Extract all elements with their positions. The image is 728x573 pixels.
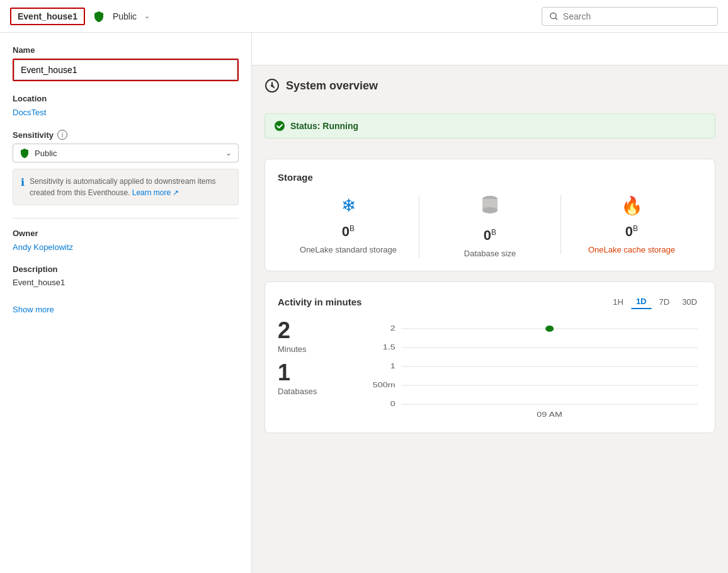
divider [13, 218, 239, 218]
svg-line-1 [555, 18, 557, 20]
svg-text:2: 2 [390, 324, 395, 332]
stat-databases: 1 Databases [278, 361, 360, 396]
database-size-value: 0B [484, 227, 496, 244]
storage-item-onelake-cache: 🔥 0B OneLake cache storage [560, 195, 702, 254]
svg-text:09 AM: 09 AM [537, 411, 562, 419]
activity-title: Activity in minutes [278, 297, 361, 307]
sensitivity-dropdown[interactable]: Public ⌄ [13, 144, 239, 162]
top-bar: Event_house1 Public ⌄ [0, 0, 728, 33]
shield-icon [93, 10, 105, 23]
database-size-label: Database size [464, 249, 516, 258]
status-bar: Status: Running [264, 113, 715, 139]
tab-30d[interactable]: 30D [677, 295, 702, 309]
sidebar-location-section: Location DocsTest [13, 94, 239, 117]
svg-point-18 [545, 326, 554, 332]
chart-area: 2 1.5 1 500m 0 [372, 319, 702, 420]
app-title[interactable]: Event_house1 [10, 8, 85, 25]
minutes-label: Minutes [278, 344, 360, 354]
name-input[interactable] [14, 60, 237, 80]
databases-label: Databases [278, 387, 360, 396]
activity-card: Activity in minutes 1H 1D 7D 30D 2 Minut… [264, 281, 715, 433]
sensitivity-value: Public [35, 149, 220, 158]
content-area: System overview Status: Running Storage … [252, 33, 728, 573]
dropdown-chevron-icon: ⌄ [225, 149, 232, 157]
sidebar-sensitivity-section: Sensitivity i Public ⌄ ℹ Sensitivity is … [13, 130, 239, 205]
chevron-down-icon[interactable]: ⌄ [144, 12, 150, 20]
cylinder-icon [481, 195, 499, 220]
sidebar-name-section: Name [13, 45, 239, 81]
sensitivity-label-row: Sensitivity i [13, 130, 239, 140]
onelake-cache-label: OneLake cache storage [588, 245, 675, 254]
svg-text:500m: 500m [373, 381, 395, 389]
content-body: System overview Status: Running Storage … [252, 65, 728, 446]
system-overview-title: System overview [286, 79, 378, 93]
description-text: Event_house1 [13, 278, 239, 287]
onelake-standard-value: 0B [342, 224, 355, 240]
svg-text:1: 1 [390, 362, 395, 370]
sensitivity-info-icon[interactable]: i [57, 130, 67, 140]
time-tabs: 1H 1D 7D 30D [608, 295, 702, 309]
svg-point-7 [482, 207, 498, 213]
search-input[interactable] [563, 11, 710, 21]
snowflake-icon: ❄ [341, 195, 356, 216]
databases-value: 1 [278, 361, 360, 384]
fire-icon: 🔥 [621, 195, 643, 216]
sensitivity-label: Public [113, 11, 137, 21]
minutes-value: 2 [278, 319, 360, 342]
location-label: Location [13, 94, 239, 103]
search-box[interactable] [542, 7, 718, 26]
description-label: Description [13, 264, 239, 274]
sidebar: Name Location DocsTest Sensitivity i Pub… [0, 33, 252, 573]
svg-point-4 [275, 121, 285, 131]
learn-more-link[interactable]: Learn more ↗ [132, 188, 179, 197]
svg-point-3 [271, 84, 273, 87]
svg-point-0 [550, 13, 556, 18]
owner-label: Owner [13, 229, 239, 238]
location-link[interactable]: DocsTest [13, 108, 46, 117]
sensitivity-info-text: Sensitivity is automatically applied to … [30, 176, 230, 198]
tab-1d[interactable]: 1D [631, 295, 652, 309]
sidebar-owner-section: Owner Andy Kopelowitz [13, 229, 239, 252]
sidebar-description-section: Description Event_house1 [13, 264, 239, 287]
status-icon [274, 120, 285, 132]
storage-card: Storage ❄ 0B OneLake standard storage [264, 159, 715, 271]
onelake-standard-label: OneLake standard storage [300, 245, 397, 254]
owner-link[interactable]: Andy Kopelowitz [13, 242, 73, 252]
svg-text:0: 0 [390, 400, 395, 408]
onelake-cache-value: 0B [625, 224, 638, 240]
system-overview-header: System overview [264, 78, 715, 93]
activity-stats: 2 Minutes 1 Databases [278, 319, 360, 420]
content-top-bar [252, 33, 728, 65]
activity-content: 2 Minutes 1 Databases 2 1.5 [278, 319, 702, 420]
sensitivity-info-box: ℹ Sensitivity is automatically applied t… [13, 169, 239, 205]
name-input-wrapper [13, 59, 239, 81]
status-text: Status: Running [290, 121, 358, 131]
tab-7d[interactable]: 7D [654, 295, 675, 309]
storage-item-onelake-standard: ❄ 0B OneLake standard storage [278, 195, 419, 254]
name-label: Name [13, 45, 239, 55]
stat-minutes: 2 Minutes [278, 319, 360, 354]
sensitivity-label: Sensitivity [13, 130, 54, 140]
storage-item-database-size: 0B Database size [419, 195, 560, 258]
tab-1h[interactable]: 1H [608, 295, 628, 309]
show-more-link[interactable]: Show more [13, 305, 54, 314]
main-layout: Name Location DocsTest Sensitivity i Pub… [0, 33, 728, 573]
svg-text:1.5: 1.5 [383, 343, 395, 351]
sensitivity-shield-icon [20, 148, 30, 158]
activity-card-header: Activity in minutes 1H 1D 7D 30D [278, 295, 702, 309]
system-overview-icon [264, 78, 280, 93]
activity-chart: 2 1.5 1 500m 0 [372, 319, 702, 420]
storage-items: ❄ 0B OneLake standard storage [278, 195, 702, 258]
storage-title: Storage [278, 172, 702, 183]
search-icon [550, 12, 558, 21]
info-icon: ℹ [21, 176, 25, 198]
